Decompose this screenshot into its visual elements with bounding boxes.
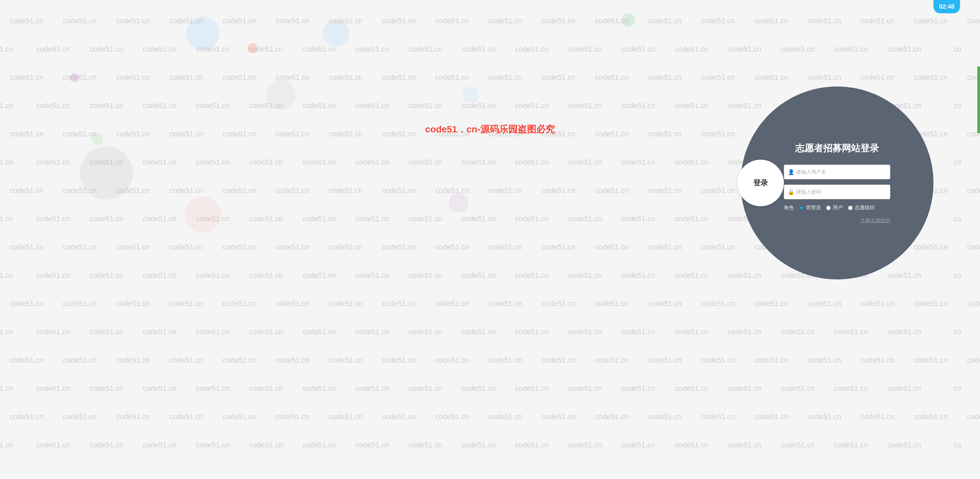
watermark-text: code51.cn <box>904 243 958 251</box>
watermark-text: code51.cn <box>372 186 425 195</box>
username-input[interactable] <box>784 164 890 179</box>
lock-icon: 🔒 <box>788 189 794 195</box>
watermark-text: code51.cn <box>692 299 745 308</box>
watermark-text: code51.cn <box>53 299 107 308</box>
watermark-text: code51.cn <box>159 356 213 364</box>
watermark-text: code51.cn <box>319 243 372 251</box>
watermark-text: code51.cn <box>479 186 532 195</box>
watermark-text: code51.cn <box>425 73 479 82</box>
watermark-text: code51.cn <box>425 356 479 364</box>
watermark-text: code51.cn <box>372 299 425 308</box>
watermark-text: code51.cn <box>585 243 638 251</box>
watermark-text: code51.cn <box>319 186 372 195</box>
watermark-text: code51.cn <box>851 73 904 82</box>
watermark-text: code51.cn <box>346 158 399 167</box>
deco-circle <box>462 86 479 103</box>
watermark-text: code51.cn <box>53 412 107 421</box>
watermark-text: code51.cn <box>346 101 399 110</box>
watermark-text: code51.cn <box>319 356 372 364</box>
watermark-text: code51.cn <box>319 73 372 82</box>
watermark-text: code51.cn <box>851 356 904 364</box>
watermark-text: code51.cn <box>346 328 399 336</box>
watermark-text: code51.cn <box>958 299 980 308</box>
role-admin-label: 管理员 <box>806 204 821 211</box>
role-label: 角色 <box>784 204 794 211</box>
watermark-text: code51.cn <box>771 384 824 393</box>
watermark-text: code51.cn <box>293 328 346 336</box>
watermark-text: code51.cn <box>0 130 53 138</box>
watermark-text: code51.cn <box>213 356 266 364</box>
watermark-text: code51.cn <box>505 384 558 393</box>
watermark-text: code51.cn <box>239 101 293 110</box>
watermark-text: code51.cn <box>107 243 159 251</box>
watermark-text: code51.cn <box>745 356 798 364</box>
role-admin-radio[interactable] <box>799 206 804 210</box>
watermark-text: code51.cn <box>665 328 718 336</box>
password-input[interactable] <box>784 185 890 199</box>
watermark-text: code51.cn <box>319 412 372 421</box>
watermark-text: de51.cn <box>0 441 27 449</box>
role-user[interactable]: 用户 <box>826 204 843 211</box>
role-selector-row: 角色 管理员 用户 志愿组织 <box>784 204 890 211</box>
watermark-text: code51.cn <box>665 214 718 223</box>
login-button-label: 登录 <box>753 178 768 188</box>
watermark-text: code51.cn <box>558 158 612 167</box>
watermark-text: code51.cn <box>851 412 904 421</box>
register-link[interactable]: 注册志愿组织 <box>784 217 890 224</box>
watermark-text: code51.cn <box>425 186 479 195</box>
watermark-text: code51.cn <box>346 384 399 393</box>
watermark-text: code51.cn <box>107 299 159 308</box>
watermark-text: code51.cn <box>133 328 186 336</box>
watermark-text: code51.cn <box>80 214 133 223</box>
watermark-text: code51.cn <box>399 271 452 280</box>
user-icon: 👤 <box>788 169 794 175</box>
watermark-text: code51.cn <box>798 412 851 421</box>
login-button[interactable]: 登录 <box>737 160 784 206</box>
watermark-text: code51.cn <box>718 328 771 336</box>
watermark-text: code51.cn <box>585 17 638 25</box>
role-user-radio[interactable] <box>826 206 831 210</box>
watermark-text: code51.cn <box>0 412 53 421</box>
watermark-text: code51.cn <box>665 101 718 110</box>
watermark-text: code51.cn <box>452 101 505 110</box>
watermark-text: code51.cn <box>0 17 53 25</box>
watermark-text: code51.cn <box>213 412 266 421</box>
role-org-radio[interactable] <box>848 206 853 210</box>
watermark-text: code51.cn <box>479 356 532 364</box>
watermark-text: code51.cn <box>266 299 319 308</box>
watermark-text: code51.cn <box>958 243 980 251</box>
watermark-text: code51.cn <box>293 45 346 54</box>
watermark-text: code51.cn <box>266 17 319 25</box>
watermark-text: code51.cn <box>133 441 186 449</box>
watermark-text: code51.cn <box>824 441 878 449</box>
watermark-text: code51.cn <box>372 17 425 25</box>
watermark-text: code51.cn <box>107 412 159 421</box>
watermark-text: code51.cn <box>532 73 585 82</box>
watermark-text: code51.cn <box>692 186 745 195</box>
watermark-text: code51.cn <box>745 73 798 82</box>
watermark-text: code51.cn <box>293 384 346 393</box>
watermark-text: code51.cn <box>505 45 558 54</box>
role-admin[interactable]: 管理员 <box>799 204 821 211</box>
watermark-text: code51.cn <box>186 271 239 280</box>
watermark-text: code51.cn <box>638 299 692 308</box>
role-org[interactable]: 志愿组织 <box>848 204 875 211</box>
watermark-text: code51.cn <box>558 214 612 223</box>
watermark-text: code51.cn <box>27 384 80 393</box>
timer-badge: 02:48 <box>934 0 960 13</box>
watermark-text: code51.cn <box>80 45 133 54</box>
watermark-text: code51.cn <box>718 384 771 393</box>
watermark-text: code51.cn <box>319 299 372 308</box>
watermark-text: code51.cn <box>558 271 612 280</box>
watermark-text: code51.cn <box>27 101 80 110</box>
watermark-text: de51.cn <box>0 101 27 110</box>
watermark-text: code51.cn <box>824 384 878 393</box>
watermark-text: code51.cn <box>319 130 372 138</box>
deco-circle <box>91 133 103 145</box>
watermark-text: code51.cn <box>425 412 479 421</box>
watermark-text: code51.cn <box>133 384 186 393</box>
watermark-text: code51.cn <box>585 186 638 195</box>
watermark-text: code51.cn <box>346 214 399 223</box>
watermark-text: code51.cn <box>452 384 505 393</box>
watermark-text: code51.cn <box>53 130 107 138</box>
